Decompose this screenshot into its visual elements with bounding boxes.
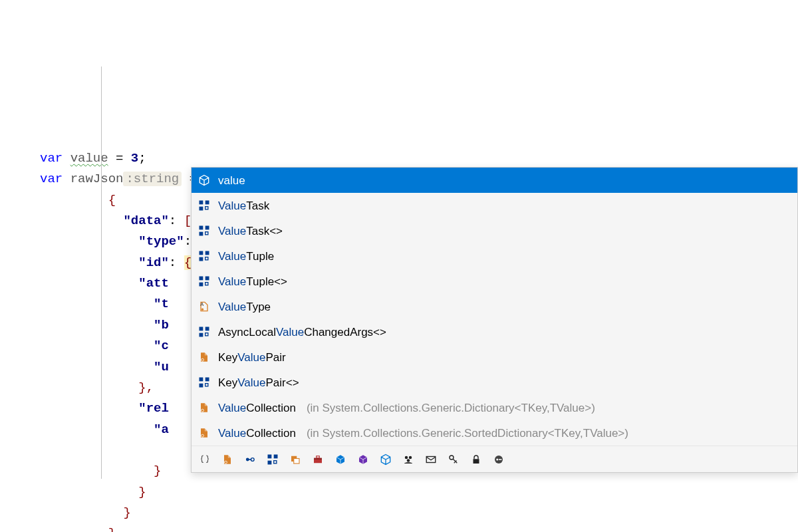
intellisense-item[interactable]: value (192, 168, 797, 193)
svg-rect-1 (205, 201, 209, 205)
variable-rawjson: rawJson (70, 172, 124, 186)
brace: } (108, 526, 116, 532)
intellisense-item[interactable]: AsyncLocalValueChangedArgs<> (192, 319, 797, 344)
svg-rect-11 (205, 257, 208, 260)
svg-rect-5 (205, 226, 209, 230)
filter-enum-icon[interactable] (289, 453, 302, 466)
intellisense-filter-bar (192, 446, 797, 472)
semicolon: ; (138, 151, 146, 166)
intellisense-item-label: ValueType (218, 301, 271, 313)
svg-rect-41 (317, 456, 320, 458)
svg-rect-10 (200, 257, 203, 261)
struct-icon (197, 198, 211, 213)
json-key-partial: "a (154, 422, 169, 437)
filter-braces-icon[interactable] (198, 453, 211, 466)
keyword-var: var (40, 151, 63, 166)
text: = (108, 151, 131, 166)
filter-lock-icon[interactable] (469, 453, 483, 466)
svg-rect-26 (205, 384, 208, 386)
intellisense-item[interactable]: ValueTuple<> (192, 269, 797, 294)
number-literal: 3 (131, 151, 138, 166)
filter-circle-icon[interactable] (492, 453, 505, 466)
filter-mail-icon[interactable] (424, 453, 438, 466)
svg-rect-18 (200, 327, 203, 331)
svg-point-27 (201, 409, 204, 412)
json-key-partial: "rel (138, 401, 169, 416)
inline-type-hint: :string (123, 172, 182, 186)
intellisense-item[interactable]: KeyValuePair<> (192, 370, 797, 395)
cube-outline-icon (197, 173, 211, 188)
svg-point-42 (405, 456, 408, 459)
brace: } (138, 485, 146, 499)
intellisense-item-label: KeyValuePair<> (218, 377, 299, 388)
json-key: "type" (138, 234, 184, 249)
svg-rect-36 (274, 460, 277, 463)
svg-rect-8 (200, 251, 203, 255)
svg-rect-7 (205, 232, 208, 235)
struct-icon (197, 274, 211, 289)
class-abstract-icon: A (197, 299, 211, 314)
intellisense-item-label: ValueTask<> (218, 225, 283, 237)
struct-icon (197, 375, 211, 390)
intellisense-item[interactable]: ValueTask<> (192, 218, 797, 243)
svg-point-28 (201, 434, 204, 437)
brace: }, (138, 380, 154, 395)
svg-rect-14 (200, 283, 203, 287)
filter-key-icon[interactable] (447, 453, 460, 466)
svg-text:A: A (200, 301, 203, 307)
json-key: "id" (138, 255, 169, 270)
filter-cube-blue-icon[interactable] (334, 453, 347, 466)
intellisense-item[interactable]: ValueTask (192, 193, 797, 218)
svg-point-49 (496, 458, 498, 460)
intellisense-item-label: ValueTuple (218, 251, 274, 262)
intellisense-item[interactable]: AValueType (192, 294, 797, 319)
intellisense-popup: valueValueTaskValueTask<>ValueTupleValue… (191, 167, 798, 473)
intellisense-item[interactable]: ValueCollection(in System.Collections.Ge… (192, 395, 797, 420)
json-key-partial: "b (154, 318, 169, 332)
json-key-partial: "u (154, 360, 169, 374)
svg-rect-25 (200, 384, 203, 388)
json-key-partial: "att (138, 276, 169, 291)
svg-rect-24 (205, 378, 209, 382)
svg-rect-50 (499, 459, 502, 460)
svg-rect-12 (200, 277, 203, 281)
class-icon (197, 400, 211, 415)
variable-value: value (70, 151, 108, 166)
intellisense-item-label: ValueCollection (218, 428, 296, 439)
svg-rect-33 (268, 454, 272, 458)
svg-rect-34 (274, 454, 278, 458)
brace: { (108, 193, 116, 207)
intellisense-item-label: ValueTuple<> (218, 276, 287, 287)
filter-toolbox-icon[interactable] (311, 453, 325, 466)
brace: } (123, 505, 130, 520)
svg-rect-19 (205, 327, 209, 331)
intellisense-item-label: value (218, 175, 245, 186)
filter-class-icon[interactable] (221, 453, 234, 466)
json-key-partial: "c (154, 338, 169, 353)
struct-icon (197, 249, 211, 263)
json-key: "data" (123, 213, 168, 228)
svg-rect-35 (268, 460, 272, 464)
svg-rect-3 (205, 207, 208, 209)
class-icon (197, 350, 211, 364)
struct-icon (197, 223, 211, 238)
filter-cube-outline-icon[interactable] (379, 453, 392, 466)
intellisense-item[interactable]: ValueCollection(in System.Collections.Ge… (192, 420, 797, 446)
svg-rect-21 (205, 333, 208, 336)
filter-link-icon[interactable] (243, 453, 257, 466)
intellisense-item[interactable]: KeyValuePair (192, 344, 797, 370)
keyword-var: var (40, 172, 63, 186)
intellisense-item-hint: (in System.Collections.Generic.SortedDic… (307, 428, 628, 439)
filter-struct-icon[interactable] (266, 453, 279, 466)
svg-rect-38 (294, 458, 299, 464)
intellisense-item-label: KeyValuePair (218, 352, 286, 363)
svg-rect-4 (200, 226, 203, 230)
svg-rect-9 (205, 251, 209, 255)
text: : (169, 255, 184, 270)
filter-group-icon[interactable] (402, 453, 415, 466)
intellisense-item-label: AsyncLocalValueChangedArgs<> (218, 327, 386, 338)
intellisense-item[interactable]: ValueTuple (192, 243, 797, 269)
filter-cube-purple-icon[interactable] (356, 453, 370, 466)
indent-guide (101, 66, 102, 479)
svg-point-46 (450, 456, 454, 460)
